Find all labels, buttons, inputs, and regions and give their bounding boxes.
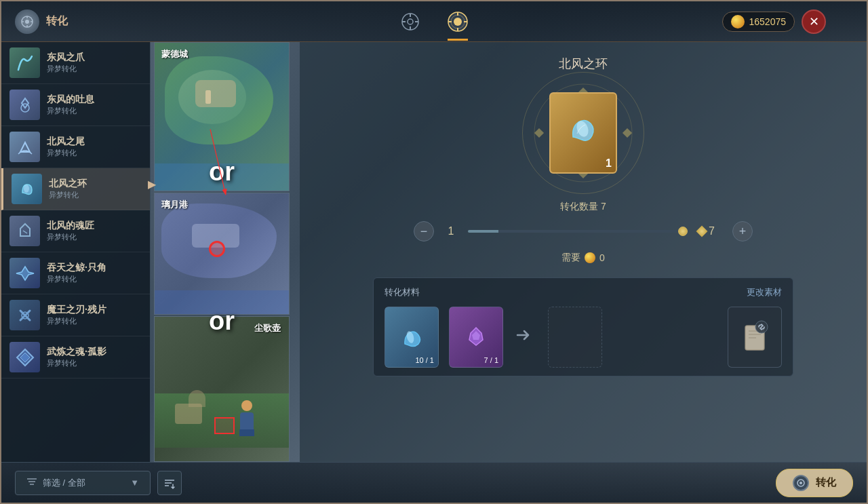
app-icon [15, 9, 39, 34]
left-panel: 东风之爪 异梦转化 东风的吐息 异梦转化 北风之尾 异梦转化 [1, 42, 151, 462]
materials-row: 10 / 1 7 / 1 [384, 307, 782, 368]
city-structure [195, 80, 236, 107]
item-info-4: 北风之环 异梦转化 [49, 178, 87, 200]
item-icon-8 [9, 342, 40, 372]
cost-label: 需要 [561, 252, 580, 264]
material-1-count: 10 / 1 [415, 356, 434, 364]
map-section-2[interactable]: 璃月港 [154, 193, 290, 315]
coin-amount: 1652075 [749, 16, 786, 27]
convert-circle-icon [793, 475, 809, 491]
change-materials-btn[interactable]: 更改素材 [747, 286, 782, 298]
convert-button[interactable]: 转化 [776, 469, 853, 497]
item-icon-5 [9, 216, 40, 246]
main-container: 转化 [0, 0, 868, 504]
material-2-count: 7 / 1 [484, 356, 498, 364]
cost-value: 0 [599, 252, 605, 263]
item-info-3: 北风之尾 异梦转化 [47, 136, 85, 158]
material-empty-slot [548, 307, 602, 368]
tower-1 [205, 90, 211, 104]
item-icon-1 [9, 47, 40, 78]
filter-label: 筛选 / 全部 [43, 477, 85, 489]
item-card: 1 [549, 92, 617, 174]
quantity-label: 转化数量 7 [414, 201, 753, 213]
qty-diamond-icon [696, 226, 708, 237]
item-title: 北风之环 [559, 56, 608, 72]
material-arrow [513, 323, 538, 351]
map-bg-2: 璃月港 [155, 193, 289, 314]
list-item-4[interactable]: 北风之环 异梦转化 [1, 168, 150, 210]
water-2 [155, 290, 289, 314]
svg-marker-18 [20, 224, 30, 236]
right-panel: 北风之环 1 [300, 42, 867, 462]
list-item-7[interactable]: 魔王之刃·残片 异梦转化 [1, 294, 150, 336]
qty-increase-btn[interactable]: + [732, 221, 753, 241]
svg-marker-20 [16, 267, 34, 280]
quantity-control: − 1 7 + [414, 221, 753, 241]
item-icon-2 [9, 90, 40, 120]
item-info-7: 魔王之刃·残片 异梦转化 [47, 304, 106, 326]
top-center-nav [397, 8, 471, 35]
svg-point-13 [454, 18, 462, 26]
filter-dropdown-icon: ▼ [130, 478, 139, 488]
item-info-2: 东风的吐息 异梦转化 [47, 94, 94, 116]
materials-header: 转化材料 更改素材 [384, 286, 782, 298]
water-1 [155, 163, 289, 191]
map-label-1: 蒙德城 [161, 48, 188, 60]
nav-convert-btn[interactable] [444, 8, 471, 35]
filter-button[interactable]: 筛选 / 全部 ▼ [15, 471, 151, 495]
qty-value: 1 [444, 225, 458, 237]
svg-point-1 [25, 20, 29, 24]
nav-settings-btn[interactable] [397, 8, 424, 35]
item-info-6: 吞天之鲸·只角 异梦转化 [47, 262, 106, 284]
qty-max: 7 [709, 225, 722, 237]
active-indicator: ▶ [148, 178, 156, 191]
close-button[interactable]: ✕ [802, 9, 826, 34]
svg-point-7 [408, 19, 413, 24]
map-section-3[interactable]: 尘歌壶 [154, 316, 290, 462]
material-card-1[interactable]: 10 / 1 [384, 307, 439, 368]
svg-point-17 [24, 185, 29, 193]
cost-row: 需要 0 [561, 252, 605, 264]
app-title: 转化 [46, 14, 68, 28]
convert-label: 转化 [816, 476, 836, 489]
qty-decrease-btn[interactable]: − [414, 221, 434, 241]
materials-section: 转化材料 更改素材 10 / 1 [373, 277, 793, 376]
change-materials-label: 更改素材 [747, 286, 782, 298]
red-box [214, 417, 235, 434]
qty-diamond-max: 7 [698, 225, 722, 237]
list-item-5[interactable]: 北风的魂匠 异梦转化 [1, 210, 150, 252]
svg-marker-15 [22, 98, 28, 108]
svg-line-19 [23, 231, 27, 233]
cost-coin-icon [585, 252, 595, 263]
sort-button[interactable] [157, 471, 182, 495]
item-info-8: 武炼之魂·孤影 异梦转化 [47, 346, 106, 368]
item-icon-6 [9, 258, 40, 288]
list-item-6[interactable]: 吞天之鲸·只角 异梦转化 [1, 252, 150, 294]
item-info-1: 东风之爪 异梦转化 [47, 52, 85, 74]
list-item-8[interactable]: 武炼之魂·孤影 异梦转化 [1, 336, 150, 379]
materials-title: 转化材料 [384, 286, 420, 298]
top-bar: 转化 [1, 1, 867, 42]
item-icon-4 [12, 174, 42, 204]
list-item-2[interactable]: 东风的吐息 异梦转化 [1, 84, 150, 126]
list-item-1[interactable]: 东风之爪 异梦转化 [1, 42, 150, 84]
map-label-3: 尘歌壶 [254, 322, 281, 334]
top-right: 1652075 ✕ [722, 9, 826, 34]
qty-slider[interactable] [468, 230, 688, 233]
quantity-section: 转化数量 7 − 1 7 + [414, 201, 753, 241]
bottom-bar: 筛选 / 全部 ▼ 转化 [1, 462, 867, 503]
item-icon-3 [9, 132, 40, 162]
roof [189, 390, 205, 407]
coin-display: 1652075 [722, 12, 795, 32]
item-card-icon [565, 110, 602, 153]
map-bg-1: 蒙德城 [155, 43, 289, 191]
coin-icon [731, 15, 745, 28]
map-marker [209, 241, 225, 257]
material-refresh-btn[interactable] [728, 307, 782, 368]
material-card-2[interactable]: 7 / 1 [449, 307, 503, 368]
filter-icon [26, 477, 37, 488]
list-item-3[interactable]: 北风之尾 异梦转化 [1, 126, 150, 168]
item-icon-7 [9, 300, 40, 330]
map-section-1[interactable]: 蒙德城 [154, 42, 290, 191]
map-bg-3: 尘歌壶 [155, 317, 289, 461]
